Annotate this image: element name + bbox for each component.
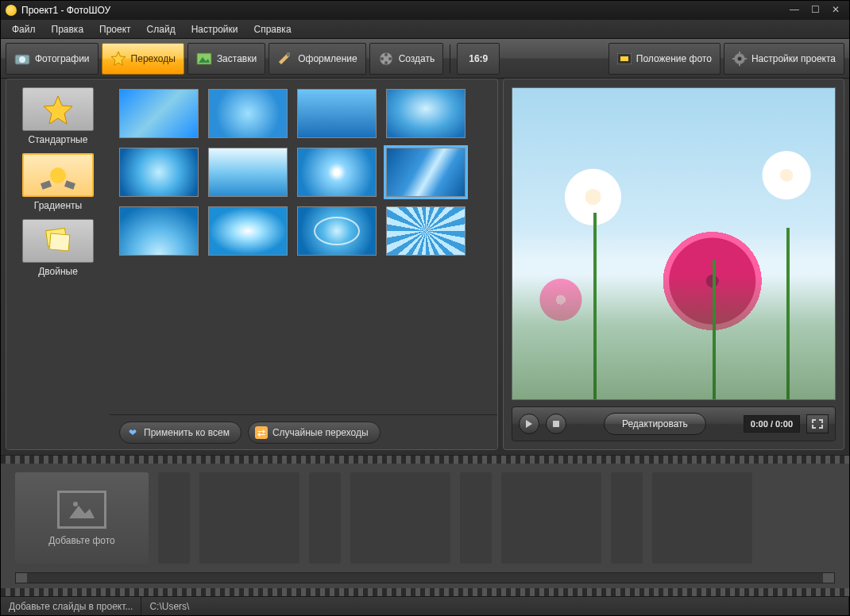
- stop-icon: [552, 420, 560, 428]
- svg-point-14: [737, 56, 741, 60]
- timeline-slot[interactable]: [350, 472, 450, 564]
- tab-label: Заставки: [217, 53, 257, 64]
- scroll-left-button[interactable]: [16, 573, 27, 583]
- fullscreen-button[interactable]: [806, 414, 829, 433]
- minimize-button[interactable]: —: [786, 4, 803, 17]
- category-gradients[interactable]: Градиенты: [14, 153, 102, 211]
- timecode-display: 0:00 / 0:00: [744, 415, 800, 433]
- tab-create[interactable]: Создать: [369, 43, 444, 75]
- transition-thumb[interactable]: [208, 89, 288, 138]
- category-label: Стандартные: [29, 134, 88, 145]
- timeline-track[interactable]: Добавьте фото: [1, 464, 849, 572]
- transition-thumb[interactable]: [297, 206, 377, 256]
- play-icon: [525, 420, 533, 428]
- button-label: Случайные переходы: [272, 427, 369, 438]
- status-path: C:\Users\: [141, 597, 849, 615]
- transition-grid: [110, 79, 497, 414]
- project-settings-button[interactable]: Настройки проекта: [724, 43, 844, 75]
- transition-actions: ❤ Применить ко всем ⇄ Случайные переходы: [110, 414, 497, 449]
- transition-thumb[interactable]: [297, 89, 377, 138]
- shuffle-icon: ⇄: [255, 426, 268, 439]
- heart-icon: ❤: [126, 426, 139, 439]
- svg-point-9: [384, 61, 388, 64]
- tab-label: Фотографии: [35, 53, 90, 64]
- transition-thumb[interactable]: [208, 206, 288, 256]
- transition-thumb[interactable]: [386, 148, 466, 197]
- menu-project[interactable]: Проект: [91, 21, 139, 38]
- playback-controls: Редактировать 0:00 / 0:00: [512, 406, 836, 441]
- category-label: Двойные: [38, 266, 78, 277]
- film-reel-icon: [378, 51, 394, 67]
- window-title: Проект1 - ФотоШОУ: [21, 5, 782, 16]
- svg-rect-21: [41, 180, 52, 190]
- category-label: Градиенты: [34, 200, 82, 211]
- menu-file[interactable]: Файл: [4, 21, 44, 38]
- svg-marker-2: [111, 52, 126, 66]
- timeline-slot[interactable]: [611, 472, 643, 564]
- button-label: Настройки проекта: [751, 53, 836, 64]
- category-list: Стандартные Градиенты Двойные: [6, 79, 110, 449]
- svg-point-8: [388, 57, 392, 60]
- menu-settings[interactable]: Настройки: [184, 21, 246, 38]
- app-logo-icon: [6, 5, 17, 16]
- filmstrip-top: [1, 456, 849, 464]
- transition-thumb[interactable]: [297, 148, 377, 197]
- timeline-slot[interactable]: [460, 472, 492, 564]
- edit-button[interactable]: Редактировать: [604, 413, 706, 435]
- frame-icon: [617, 53, 632, 64]
- svg-point-20: [50, 167, 66, 183]
- transition-thumb[interactable]: [119, 206, 199, 256]
- tab-label: Создать: [399, 53, 435, 64]
- aspect-ratio-button[interactable]: 16:9: [457, 43, 500, 75]
- svg-point-7: [384, 53, 388, 56]
- tab-label: Переходы: [131, 53, 176, 64]
- filmstrip-bottom: [1, 588, 849, 596]
- tab-intros[interactable]: Заставки: [187, 43, 265, 75]
- svg-rect-15: [739, 52, 740, 55]
- preview-panel: Редактировать 0:00 / 0:00: [503, 79, 844, 450]
- timeline-slot[interactable]: [309, 472, 341, 564]
- play-button[interactable]: [519, 414, 539, 434]
- category-standard[interactable]: Стандартные: [14, 87, 102, 145]
- svg-marker-25: [526, 420, 532, 428]
- close-button[interactable]: ✕: [827, 4, 844, 17]
- category-double[interactable]: Двойные: [14, 219, 102, 277]
- photo-position-button[interactable]: Положение фото: [609, 43, 721, 75]
- tab-transitions[interactable]: Переходы: [102, 43, 184, 75]
- svg-rect-24: [49, 233, 70, 250]
- svg-point-10: [381, 57, 384, 60]
- separator: [450, 44, 450, 73]
- statusbar: Добавьте слайды в проект... C:\Users\: [1, 596, 849, 615]
- tab-design[interactable]: Оформление: [269, 43, 365, 75]
- menu-help[interactable]: Справка: [245, 21, 299, 38]
- timeline-slot[interactable]: [158, 472, 190, 564]
- apply-all-button[interactable]: ❤ Применить ко всем: [119, 422, 241, 444]
- notes-icon: [42, 228, 74, 255]
- placeholder-icon: [57, 491, 106, 529]
- image-icon: [196, 52, 212, 65]
- random-transitions-button[interactable]: ⇄ Случайные переходы: [248, 422, 381, 444]
- timeline-slot[interactable]: [199, 472, 299, 564]
- menu-slide[interactable]: Слайд: [139, 21, 184, 38]
- timeline: Добавьте фото: [1, 455, 849, 596]
- tab-photos[interactable]: Фотографии: [6, 43, 99, 75]
- transition-thumb[interactable]: [386, 89, 466, 138]
- titlebar: Проект1 - ФотоШОУ — ☐ ✕: [1, 1, 849, 20]
- transition-thumb[interactable]: [208, 148, 288, 197]
- tab-label: Оформление: [298, 53, 357, 64]
- timeline-slot[interactable]: [501, 472, 601, 564]
- brush-icon: [277, 52, 293, 65]
- menu-edit[interactable]: Правка: [44, 21, 92, 38]
- stop-button[interactable]: [546, 414, 566, 434]
- transition-thumb[interactable]: [386, 206, 466, 256]
- timeline-scrollbar[interactable]: [15, 572, 835, 583]
- add-photo-slot[interactable]: Добавьте фото: [15, 472, 149, 564]
- transition-thumb[interactable]: [119, 89, 199, 138]
- transition-thumb[interactable]: [119, 148, 199, 197]
- scroll-right-button[interactable]: [823, 573, 834, 583]
- maximize-button[interactable]: ☐: [806, 4, 824, 17]
- timeline-slot[interactable]: [652, 472, 752, 564]
- fullscreen-icon: [812, 419, 823, 429]
- preview-viewport: [512, 87, 836, 400]
- add-photo-label: Добавьте фото: [48, 535, 115, 546]
